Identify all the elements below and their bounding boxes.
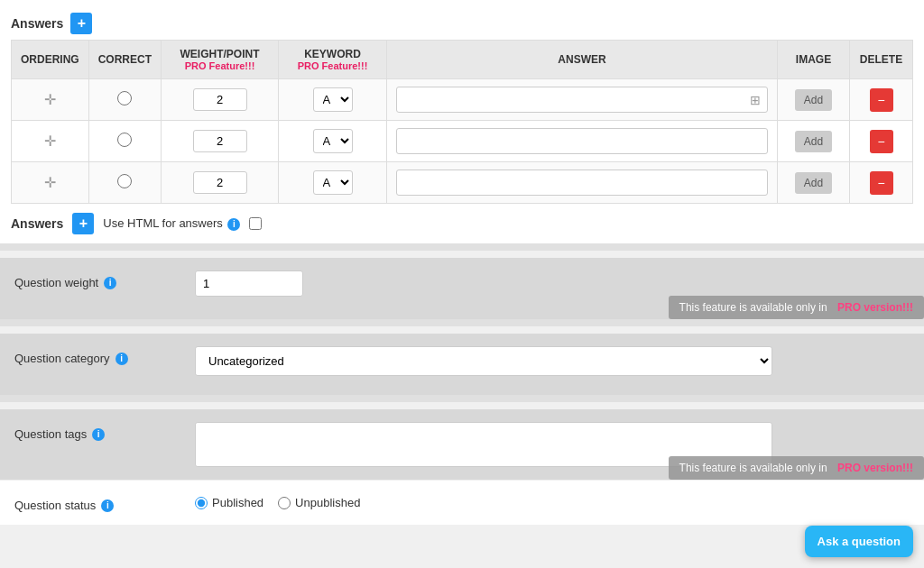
answers-table: ORDERING CORRECT WEIGHT/POINT PRO Featur… xyxy=(11,40,913,204)
divider-2 xyxy=(0,319,924,326)
keyword-select-3[interactable]: ABC xyxy=(313,170,353,195)
html-answers-label: Use HTML for answers i xyxy=(103,216,240,231)
add-image-btn-1[interactable]: Add xyxy=(795,89,832,111)
weight-pro-notice: This feature is available only in PRO ve… xyxy=(669,296,924,319)
status-info-icon: i xyxy=(101,499,114,512)
answers-top-header: Answers + xyxy=(11,7,913,40)
keyword-pro-label: PRO Feature!!! xyxy=(288,60,377,71)
row1-image: Add xyxy=(778,79,850,121)
answers-title: Answers xyxy=(11,16,63,31)
html-info-icon: i xyxy=(227,218,240,231)
row2-answer xyxy=(387,121,778,162)
row1-correct xyxy=(88,79,161,121)
question-status-section: Question status i Published Unpublished xyxy=(0,480,924,525)
tags-pro-notice: This feature is available only in PRO ve… xyxy=(669,456,924,480)
drag-handle-icon[interactable]: ✛ xyxy=(44,133,56,149)
question-tags-section: Question tags i This feature is availabl… xyxy=(0,409,924,480)
answer-input-1[interactable] xyxy=(396,87,768,113)
drag-handle-icon[interactable]: ✛ xyxy=(44,175,56,190)
question-weight-input[interactable] xyxy=(195,270,303,297)
row2-correct xyxy=(88,121,161,162)
col-header-answer: ANSWER xyxy=(387,41,778,79)
answers-table-section: Answers + ORDERING CORRECT WEIGHT/POINT … xyxy=(0,0,924,204)
row2-delete: − xyxy=(850,121,913,162)
add-answer-button-top[interactable]: + xyxy=(70,13,92,34)
weight-pro-label: PRO Feature!!! xyxy=(171,60,269,71)
col-header-correct: CORRECT xyxy=(88,41,161,79)
question-category-row: Question category i Uncategorized xyxy=(14,346,910,382)
row3-weight xyxy=(162,162,279,204)
delete-btn-3[interactable]: − xyxy=(870,171,893,195)
correct-radio-2[interactable] xyxy=(117,133,132,147)
col-header-delete: DELETE xyxy=(850,41,913,79)
row3-answer xyxy=(387,162,778,204)
question-category-section: Question category i Uncategorized xyxy=(0,334,924,395)
question-category-control: Uncategorized xyxy=(195,346,910,376)
drag-handle-icon[interactable]: ✛ xyxy=(44,92,56,107)
weight-input-3[interactable] xyxy=(193,171,247,194)
ask-question-button[interactable]: Ask a question xyxy=(805,526,913,557)
add-answer-button-bottom[interactable]: + xyxy=(72,213,94,234)
table-row: ✛ ABC ⊞ xyxy=(12,79,913,121)
keyword-select-1[interactable]: ABC xyxy=(313,87,353,112)
row3-image: Add xyxy=(778,162,850,204)
weight-pro-highlight: PRO version!!! xyxy=(837,301,913,314)
row2-ordering: ✛ xyxy=(12,121,89,162)
status-options: Published Unpublished xyxy=(195,496,360,509)
divider-3 xyxy=(0,395,924,402)
col-header-weight: WEIGHT/POINT PRO Feature!!! xyxy=(162,41,279,79)
row1-keyword: ABC xyxy=(279,79,387,121)
correct-radio-1[interactable] xyxy=(117,91,132,105)
weight-info-icon: i xyxy=(104,277,116,289)
category-select[interactable]: Uncategorized xyxy=(195,346,772,376)
question-weight-section: Question weight i This feature is availa… xyxy=(0,258,924,319)
status-radio-unpublished[interactable] xyxy=(278,497,291,509)
row2-image: Add xyxy=(778,121,850,162)
row3-ordering: ✛ xyxy=(12,162,89,204)
media-icon-1: ⊞ xyxy=(750,93,761,107)
row1-ordering: ✛ xyxy=(12,79,89,121)
tags-pro-highlight: PRO version!!! xyxy=(837,462,913,474)
row2-weight xyxy=(162,121,279,162)
question-status-label: Question status i xyxy=(14,493,177,512)
weight-input-2[interactable] xyxy=(193,130,247,152)
category-info-icon: i xyxy=(116,353,128,365)
table-row: ✛ ABC Add xyxy=(12,121,913,162)
row1-answer: ⊞ xyxy=(387,79,778,121)
answer-input-2[interactable] xyxy=(396,128,768,154)
keyword-select-2[interactable]: ABC xyxy=(313,129,353,153)
html-checkbox[interactable] xyxy=(249,217,262,230)
table-row: ✛ ABC Add xyxy=(12,162,913,204)
delete-btn-2[interactable]: − xyxy=(870,130,893,153)
status-option-unpublished[interactable]: Unpublished xyxy=(278,496,360,509)
row3-keyword: ABC xyxy=(279,162,387,204)
answers-footer-title: Answers xyxy=(11,216,63,231)
row3-delete: − xyxy=(850,162,913,204)
correct-radio-3[interactable] xyxy=(117,174,132,188)
add-image-btn-3[interactable]: Add xyxy=(795,172,832,194)
question-weight-control xyxy=(195,270,910,297)
col-header-ordering: ORDERING xyxy=(12,41,89,79)
row1-delete: − xyxy=(850,79,913,121)
question-tags-label: Question tags i xyxy=(14,422,177,441)
question-weight-label: Question weight i xyxy=(14,270,177,289)
question-category-label: Question category i xyxy=(14,346,177,365)
status-option-published[interactable]: Published xyxy=(195,496,263,509)
weight-input-1[interactable] xyxy=(193,88,247,111)
tags-info-icon: i xyxy=(92,428,105,441)
add-image-btn-2[interactable]: Add xyxy=(795,131,832,152)
row1-weight xyxy=(162,79,279,121)
divider-1 xyxy=(0,243,924,251)
row3-correct xyxy=(88,162,161,204)
col-header-image: IMAGE xyxy=(778,41,850,79)
col-header-keyword: KEYWORD PRO Feature!!! xyxy=(279,41,387,79)
status-radio-published[interactable] xyxy=(195,497,208,509)
delete-btn-1[interactable]: − xyxy=(870,88,893,112)
row2-keyword: ABC xyxy=(279,121,387,162)
answers-footer: Answers + Use HTML for answers i xyxy=(0,204,924,243)
answer-input-3[interactable] xyxy=(396,169,768,196)
